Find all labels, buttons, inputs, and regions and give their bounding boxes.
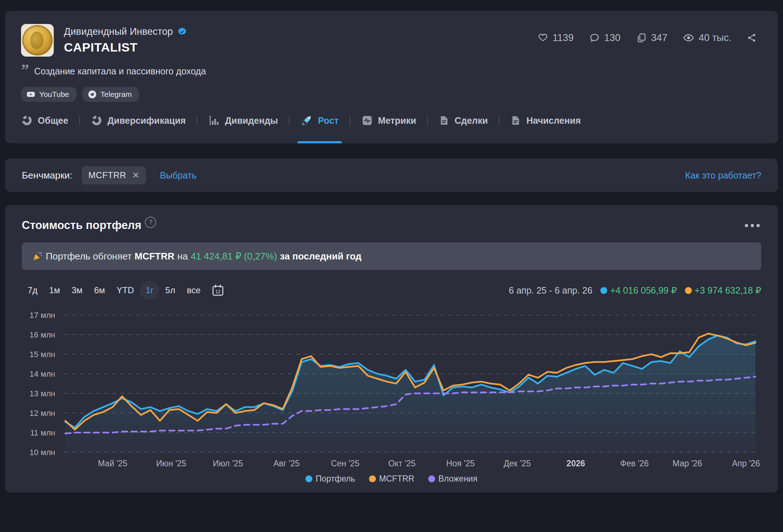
donut-icon xyxy=(21,115,33,126)
party-popper-icon xyxy=(32,251,43,262)
legend-dot xyxy=(369,475,376,482)
tab-separator xyxy=(499,116,499,125)
how-it-works-link[interactable]: Как это работает? xyxy=(685,170,761,181)
gold-coin-image xyxy=(22,25,53,56)
benchmark-chip-label: MCFTRR xyxy=(88,170,126,180)
stat-copy[interactable]: 347 xyxy=(636,32,668,44)
chart-canvas[interactable]: 17 млн16 млн15 млн14 млн13 млн12 млн11 м… xyxy=(22,309,761,456)
tab-дивиденды[interactable]: Дивиденды xyxy=(208,115,278,143)
tab-рост[interactable]: Рост xyxy=(300,114,338,143)
quote-icon: ” xyxy=(21,66,29,74)
chip-close-icon[interactable]: ✕ xyxy=(132,171,140,180)
range-YTD[interactable]: YTD xyxy=(111,281,140,300)
tab-separator xyxy=(289,116,289,125)
doc-icon xyxy=(510,115,521,126)
portfolio-title: CAPITALIST xyxy=(64,40,187,54)
x-tick-label: Мар '26 xyxy=(673,459,702,468)
stat-comment[interactable]: 130 xyxy=(589,32,621,44)
legend-item-портфель[interactable]: Портфель xyxy=(305,474,355,484)
more-menu-icon[interactable] xyxy=(743,219,761,232)
chart-legend: ПортфельMCFTRRВложения xyxy=(22,474,761,484)
stat-value: 40 тыс. xyxy=(699,32,731,44)
tab-общее[interactable]: Общее xyxy=(21,115,68,143)
x-tick-label: Авг '25 xyxy=(273,459,300,468)
tab-метрики[interactable]: Метрики xyxy=(361,115,416,143)
legend-dot xyxy=(305,475,312,482)
tabs-row: ОбщееДиверсификацияДивидендыРостМетрикиС… xyxy=(21,114,762,143)
comment-icon xyxy=(589,32,600,43)
x-tick-label: Фев '26 xyxy=(620,459,649,468)
link-telegram[interactable]: Telegram xyxy=(82,87,139,102)
x-tick-label: 2026 xyxy=(567,459,585,468)
tagline-row: ” Создание капитала и пассивного дохода xyxy=(21,66,762,77)
x-tick-label: Окт '25 xyxy=(388,459,415,468)
tab-separator xyxy=(350,116,350,125)
tab-label: Метрики xyxy=(378,115,416,126)
tab-label: Диверсификация xyxy=(107,115,186,126)
link-label: Telegram xyxy=(101,90,132,99)
x-tick-label: Апр '26 xyxy=(732,459,760,468)
legend-item-вложения[interactable]: Вложения xyxy=(428,474,478,484)
benchmark-chip-mcftrr[interactable]: MCFTRR ✕ xyxy=(82,166,146,184)
period-label: 6 апр. 25 - 6 апр. 26 xyxy=(509,285,592,296)
legend-dot xyxy=(428,475,435,482)
x-tick-label: Июл '25 xyxy=(213,459,243,468)
portfolio-value-card: Стоимость портфеля ? Портфель обгоняет M… xyxy=(5,205,778,492)
tab-диверсификация[interactable]: Диверсификация xyxy=(91,115,186,143)
benchmark-change: +3 974 632,18 ₽ xyxy=(685,285,761,296)
doc-icon xyxy=(439,115,450,126)
chart-title: Стоимость портфеля xyxy=(22,219,141,232)
pulse-icon xyxy=(361,115,373,126)
calendar-icon[interactable]: 12 xyxy=(211,284,224,297)
link-youtube[interactable]: YouTube xyxy=(21,87,77,102)
x-axis: Май '25Июн '25Июл '25Авг '25Сен '25Окт '… xyxy=(22,459,761,470)
stat-value: 347 xyxy=(651,32,668,44)
share-icon[interactable] xyxy=(747,33,757,43)
help-icon[interactable]: ? xyxy=(145,217,156,228)
stat-eye[interactable]: 40 тыс. xyxy=(683,32,731,44)
profile-header-card: Дивидендный Инвестор CAPITALIST 11391303… xyxy=(5,11,778,143)
x-tick-label: Май '25 xyxy=(98,459,127,468)
tab-начисления[interactable]: Начисления xyxy=(510,115,581,143)
benchmark-bar: Бенчмарки: MCFTRR ✕ Выбрать Как это рабо… xyxy=(5,159,778,192)
range-5л[interactable]: 5л xyxy=(159,281,181,300)
benchmark-select-link[interactable]: Выбрать xyxy=(160,170,196,181)
youtube-icon xyxy=(26,90,36,99)
range-6м[interactable]: 6м xyxy=(88,281,111,300)
y-tick-label: 14 млн xyxy=(29,369,55,378)
stat-value: 1139 xyxy=(553,32,574,44)
svg-text:12: 12 xyxy=(215,289,220,294)
banner-benchmark: MCFTRR xyxy=(135,251,175,262)
legend-item-mcftrr[interactable]: MCFTRR xyxy=(369,474,414,484)
x-tick-label: Июн '25 xyxy=(156,459,186,468)
tab-label: Начисления xyxy=(526,115,581,126)
tab-сделки[interactable]: Сделки xyxy=(439,115,488,143)
range-1м[interactable]: 1м xyxy=(43,281,66,300)
benchmark-dot xyxy=(685,287,692,294)
avatar[interactable] xyxy=(21,24,54,57)
legend-label: Портфель xyxy=(316,474,355,484)
tab-separator xyxy=(79,116,80,125)
range-все[interactable]: все xyxy=(181,281,206,300)
y-tick-label: 13 млн xyxy=(29,389,55,398)
outperformance-banner: Портфель обгоняет MCFTRR на 41 424,81 ₽ … xyxy=(22,242,761,270)
tab-label: Сделки xyxy=(455,115,488,126)
y-tick-label: 10 млн xyxy=(29,448,55,456)
portfolio-area-fill xyxy=(65,336,755,454)
heart-icon xyxy=(537,32,548,43)
x-tick-label: Дек '25 xyxy=(504,459,531,468)
legend-label: Вложения xyxy=(438,474,478,484)
range-7д[interactable]: 7д xyxy=(22,281,43,300)
stat-heart[interactable]: 1139 xyxy=(537,32,574,44)
y-tick-label: 11 млн xyxy=(30,428,55,437)
stat-value: 130 xyxy=(604,32,621,44)
portfolio-chart[interactable]: 17 млн16 млн15 млн14 млн13 млн12 млн11 м… xyxy=(22,309,761,484)
y-tick-label: 15 млн xyxy=(29,350,55,359)
stats-row: 113913034740 тыс. xyxy=(537,32,757,44)
eye-icon xyxy=(683,32,694,44)
tab-separator xyxy=(427,116,428,125)
banner-suffix: за последний год xyxy=(280,251,362,262)
range-3м[interactable]: 3м xyxy=(66,281,88,300)
legend-label: MCFTRR xyxy=(379,474,414,484)
range-1г[interactable]: 1г xyxy=(140,281,159,300)
